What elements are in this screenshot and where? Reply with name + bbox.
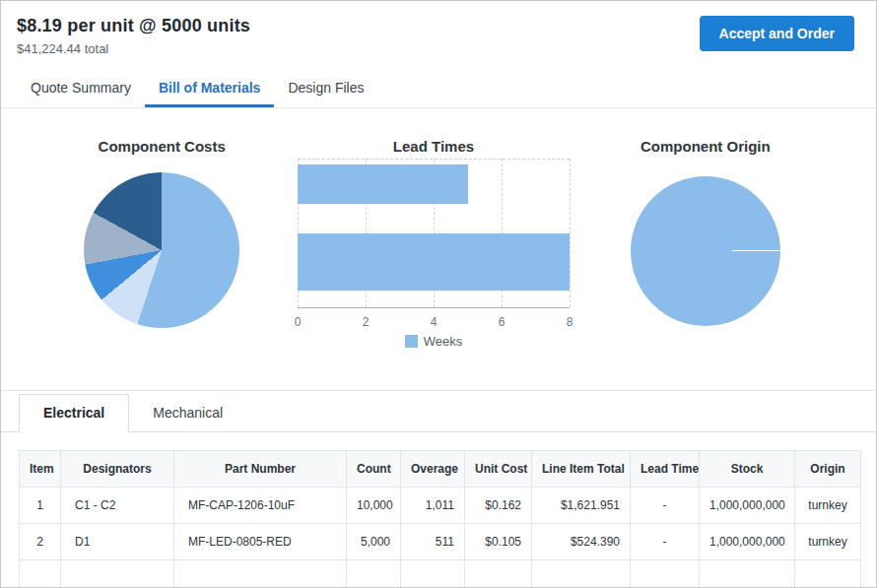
cell-part-number	[174, 560, 347, 588]
x-tick-label: 0	[295, 315, 302, 329]
price-block: $8.19 per unit @ 5000 units $41,224.44 t…	[17, 16, 250, 56]
cell-designators: D1	[61, 524, 174, 560]
component-costs-chart: Component Costs	[31, 138, 293, 349]
column-header-overage: Overage	[401, 451, 465, 488]
column-header-item: Item	[20, 451, 61, 488]
bom-tab-mechanical[interactable]: Mechanical	[129, 395, 246, 431]
component-costs-pie	[84, 172, 239, 328]
x-axis-ticks: 02468	[298, 308, 570, 332]
column-header-line-item-total: Line Item Total	[532, 451, 631, 488]
cell-item: 1	[20, 488, 61, 524]
chart-legend: Weeks	[293, 334, 573, 349]
quote-tabs: Quote SummaryBill of MaterialsDesign Fil…	[1, 70, 876, 108]
column-header-designators: Designators	[61, 451, 174, 488]
lead-time-bar	[298, 233, 570, 291]
column-header-unit-cost: Unit Cost	[465, 451, 532, 488]
cell-designators: C1 - C2	[61, 488, 174, 524]
cell-line-item-total	[532, 560, 631, 588]
cell-count	[347, 560, 401, 588]
component-origin-chart: Component Origin	[574, 138, 837, 349]
component-costs-title: Component Costs	[31, 138, 293, 155]
cell-item	[20, 560, 61, 588]
header-row: ItemDesignatorsPart NumberCountOverageUn…	[20, 451, 861, 488]
cell-line-item-total: $524.390	[532, 524, 631, 560]
total-price: $41,224.44 total	[17, 41, 250, 56]
cell-stock	[700, 560, 795, 588]
charts-row: Component Costs Lead Times 02468 Weeks C…	[1, 108, 876, 349]
lead-times-chart: Lead Times 02468 Weeks	[293, 138, 573, 349]
cell-line-item-total: $1,621.951	[532, 488, 631, 524]
quote-page: $8.19 per unit @ 5000 units $41,224.44 t…	[0, 0, 877, 588]
tab-quote-summary[interactable]: Quote Summary	[17, 70, 145, 107]
cell-stock: 1,000,000,000	[700, 488, 795, 524]
cell-overage: 511	[401, 524, 465, 560]
cell-lead-time	[631, 560, 700, 588]
table-row: 2D1MF-LED-0805-RED5,000511$0.105$524.390…	[20, 524, 861, 560]
tab-design-files[interactable]: Design Files	[274, 70, 377, 107]
cell-unit-cost	[465, 560, 532, 588]
cell-unit-cost: $0.162	[465, 488, 532, 524]
x-tick-label: 8	[567, 315, 573, 329]
lead-times-plot	[298, 159, 570, 308]
cell-unit-cost: $0.105	[465, 524, 532, 560]
bom-tabs: ElectricalMechanical	[1, 394, 876, 432]
cell-item: 2	[20, 524, 61, 560]
cell-lead-time: -	[631, 488, 700, 524]
cell-part-number: MF-LED-0805-RED	[174, 524, 347, 560]
table-row-partial	[20, 560, 861, 588]
cell-count: 5,000	[347, 524, 401, 560]
bom-table-header: ItemDesignatorsPart NumberCountOverageUn…	[20, 451, 861, 488]
bom-table-body: 1C1 - C2MF-CAP-1206-10uF10,0001,011$0.16…	[20, 488, 861, 588]
price-per-unit: $8.19 per unit @ 5000 units	[17, 16, 250, 36]
cell-stock: 1,000,000,000	[700, 524, 795, 560]
accept-and-order-button[interactable]: Accept and Order	[700, 16, 854, 51]
cell-lead-time: -	[631, 524, 700, 560]
cell-count: 10,000	[347, 488, 401, 524]
tab-bill-of-materials[interactable]: Bill of Materials	[145, 70, 274, 107]
cell-designators	[61, 560, 174, 588]
column-header-origin: Origin	[795, 451, 861, 488]
x-tick-label: 2	[363, 315, 370, 329]
cell-overage: 1,011	[401, 488, 465, 524]
x-tick-label: 6	[499, 315, 506, 329]
cell-origin	[795, 560, 861, 588]
x-tick-label: 4	[431, 315, 438, 329]
legend-swatch-icon	[405, 335, 418, 348]
gridline	[570, 159, 571, 307]
cell-part-number: MF-CAP-1206-10uF	[174, 488, 347, 524]
table-row: 1C1 - C2MF-CAP-1206-10uF10,0001,011$0.16…	[20, 488, 861, 524]
bom-table: ItemDesignatorsPart NumberCountOverageUn…	[19, 450, 861, 588]
section-divider	[1, 390, 876, 391]
quote-header: $8.19 per unit @ 5000 units $41,224.44 t…	[1, 1, 876, 56]
component-origin-pie	[631, 176, 780, 326]
column-header-stock: Stock	[700, 451, 795, 488]
lead-time-bar	[298, 164, 468, 204]
column-header-lead-time: Lead Time	[631, 451, 700, 488]
column-header-part-number: Part Number	[174, 451, 347, 488]
legend-label: Weeks	[424, 334, 463, 349]
gridline	[298, 159, 570, 160]
component-origin-title: Component Origin	[574, 138, 837, 155]
cell-overage	[401, 560, 465, 588]
lead-times-title: Lead Times	[293, 138, 573, 155]
cell-origin: turnkey	[795, 488, 861, 524]
column-header-count: Count	[347, 451, 401, 488]
cell-origin: turnkey	[795, 524, 861, 560]
bom-tab-electrical[interactable]: Electrical	[19, 394, 129, 432]
